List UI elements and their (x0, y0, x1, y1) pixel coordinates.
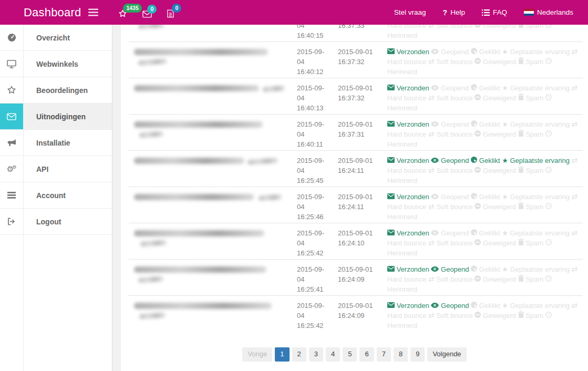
app-title[interactable]: Dashboard (24, 6, 81, 19)
status-label: Geweigerd (483, 239, 516, 247)
status-label: Hard bounce (387, 275, 426, 283)
pagination-page-7[interactable]: 7 (377, 347, 391, 362)
pagination-page-1[interactable]: 1 (275, 347, 289, 362)
status-geopend: Geopend (431, 193, 469, 201)
sidebar-item-uitnodigingen[interactable]: Uitnodigingen (0, 104, 112, 130)
status-geplaatste-ervaring: ★ Geplaatste ervaring (502, 229, 570, 237)
redacted-id-blur (138, 25, 165, 29)
header-link-help[interactable]: ?Help (443, 8, 465, 17)
star-solid-icon: ★ (502, 228, 508, 238)
sidebar-item-account[interactable]: Account (0, 182, 112, 209)
sidebar-item-api[interactable]: ⚙⚙API (0, 156, 112, 182)
envelope-solid-icon (387, 230, 395, 235)
status-geweigerd: Geweigerd (474, 130, 516, 138)
pagination-page-3[interactable]: 3 (309, 347, 323, 362)
redacted-email-cell (129, 264, 286, 294)
status-geklikt: Geklikt (471, 157, 500, 164)
status-label: Geopend (441, 265, 469, 273)
status-cell: Verzonden Geopend Geklikt ★ Geplaatste e… (387, 228, 583, 258)
sidebar-item-icon-cell (0, 77, 23, 103)
status-geklikt: Geklikt (471, 229, 500, 237)
status-label: Hard bounce (387, 94, 426, 102)
header-link-label: FAQ (493, 8, 507, 16)
status-label: Geweigerd (483, 275, 516, 283)
sidebar-item-label: Beoordelingen (23, 77, 112, 103)
trash-icon (518, 166, 524, 173)
header-link-faq[interactable]: FAQ (482, 8, 507, 16)
pagination-next-button[interactable]: Volgende (427, 347, 466, 362)
sidebar-item-icon-cell: ⚙⚙ (0, 156, 23, 182)
sidebar-item-logout[interactable]: Logout (0, 209, 112, 235)
status-geweigerd: Geweigerd (474, 275, 516, 283)
envelope-solid-icon (387, 121, 395, 127)
redacted-id-blur (138, 58, 168, 66)
invite-datetime: 2015-09-01 16:24:11 (338, 156, 380, 186)
status-label: Herinnerd (387, 213, 417, 221)
sidebar-toggle-button[interactable] (88, 8, 98, 16)
exchange-icon: ⇄ (572, 265, 578, 273)
status-label: Geplaatste ervaring (510, 48, 569, 56)
sidebar-item-icon-cell (0, 182, 23, 208)
table-row: 2015-09-04 16:25:462015-09-01 16:24:11 V… (129, 187, 583, 223)
redacted-email-cell (129, 192, 286, 222)
status-geopend: Geopend (431, 229, 469, 237)
status-label: Geklikt (479, 48, 500, 56)
exchange-icon: ⇄ (572, 84, 578, 91)
status-label: Verzonden (397, 302, 429, 310)
eye-icon (431, 303, 439, 308)
header-link-stel-vraag[interactable]: Stel vraag (394, 8, 426, 16)
globe-click-icon (471, 229, 477, 235)
exchange-icon: ⇄ (572, 120, 578, 128)
status-label: Soft bounce (436, 312, 472, 320)
pagination-page-5[interactable]: 5 (343, 347, 357, 362)
sidebar-item-overzicht[interactable]: Overzicht (0, 25, 112, 51)
notification-messages[interactable]: 0 (142, 11, 152, 20)
sidebar-item-beoordelingen[interactable]: Beoordelingen (0, 77, 112, 104)
status-label: Herinnerd (387, 322, 417, 329)
redacted-email-cell (129, 47, 286, 77)
pagination-page-6[interactable]: 6 (359, 347, 374, 362)
status-geweigerd: Geweigerd (474, 312, 516, 320)
status-label: Hard bounce (387, 130, 426, 138)
faq-list-icon (482, 9, 490, 16)
sidebar-item-icon-cell (0, 130, 23, 156)
status-verzonden: Verzonden (387, 302, 429, 310)
pagination-page-8[interactable]: 8 (394, 347, 408, 362)
clock-icon (545, 130, 552, 137)
invite-datetime: 2015-09-01 16:24:09 (338, 264, 380, 294)
header-link-nederlands[interactable]: Nederlands (524, 8, 573, 16)
sidebar-item-installatie[interactable]: Installatie (0, 130, 112, 156)
question-icon: ? (443, 8, 448, 17)
status-label: Spam (525, 25, 543, 29)
redacted-email-blur (134, 85, 259, 91)
status-geweigerd: Geweigerd (474, 203, 516, 211)
table-row: 2015-09-04 16:25:412015-09-01 16:24:09 V… (129, 259, 583, 295)
pagination-page-4[interactable]: 4 (326, 347, 340, 362)
notification-notes[interactable]: 0 (167, 9, 174, 20)
clock-icon (545, 167, 552, 173)
status-label: Geklikt (479, 229, 500, 237)
redacted-id-blur (259, 194, 282, 201)
trash-icon (518, 275, 524, 282)
status-label: Hard bounce (387, 25, 426, 29)
redacted-email-blur (134, 266, 266, 273)
pagination-page-2[interactable]: 2 (292, 347, 306, 362)
exchange-icon: ⇄ (428, 312, 435, 319)
redacted-email-blur (134, 121, 263, 128)
status-verzonden: Verzonden (387, 120, 429, 128)
sidebar-item-icon-cell (0, 209, 23, 234)
notification-reviews[interactable]: 1435 (118, 9, 127, 20)
status-verzonden: Verzonden (387, 157, 429, 164)
exchange-icon: ⇄ (428, 167, 435, 174)
status-label: Geweigerd (483, 167, 516, 174)
status-cell: Verzonden Geopend Geklikt ★ Geplaatste e… (387, 83, 583, 113)
status-label: Geopend (441, 229, 469, 237)
status-label: Geklikt (479, 265, 500, 273)
redacted-email-blur (134, 303, 272, 309)
pagination-page-9[interactable]: 9 (410, 347, 425, 362)
status-label: Herinnerd (387, 32, 417, 39)
status-label: Geopend (441, 48, 469, 56)
sidebar-item-webwinkels[interactable]: Webwinkels (0, 51, 112, 77)
table-row: 2015-09-04 16:25:422015-09-01 16:24:10 V… (129, 223, 583, 259)
dashboard-icon (7, 33, 16, 42)
